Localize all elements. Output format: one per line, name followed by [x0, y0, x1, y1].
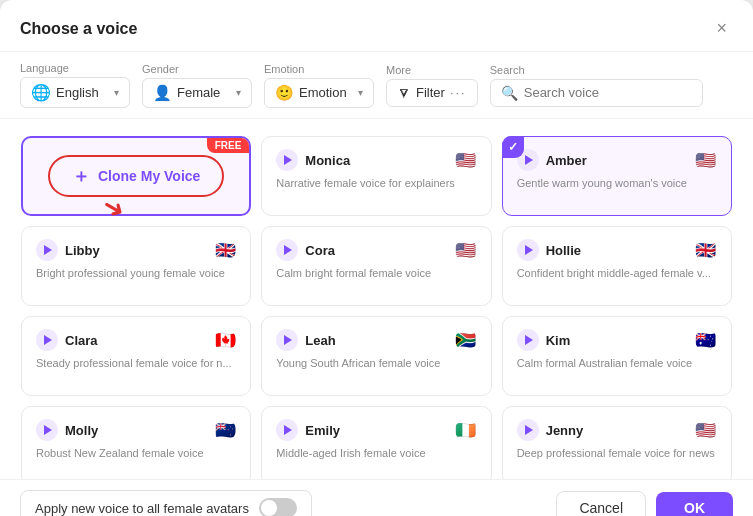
flag-icon: 🇦🇺 — [695, 329, 717, 351]
voice-card[interactable]: Clara 🇨🇦 Steady professional female voic… — [21, 316, 251, 396]
play-button[interactable] — [517, 419, 539, 441]
apply-toggle-container: Apply new voice to all female avatars — [20, 490, 312, 516]
voice-name: Hollie — [546, 243, 581, 258]
play-button[interactable] — [276, 419, 298, 441]
voice-name: Kim — [546, 333, 571, 348]
voice-name-row: Jenny — [517, 419, 584, 441]
close-button[interactable]: × — [710, 16, 733, 41]
more-filter-value: Filter — [416, 85, 445, 100]
voice-card-header: Emily 🇮🇪 — [276, 419, 476, 441]
emotion-select[interactable]: 🙂 Emotion ▾ — [264, 78, 374, 108]
voice-description: Middle-aged Irish female voice — [276, 446, 476, 461]
clone-voice-button[interactable]: ＋ Clone My Voice — [48, 155, 224, 197]
gender-icon: 👤 — [153, 84, 172, 102]
modal-title: Choose a voice — [20, 20, 137, 38]
language-select[interactable]: 🌐 English ▾ — [20, 77, 130, 108]
modal-header: Choose a voice × — [0, 0, 753, 52]
voice-name: Molly — [65, 423, 98, 438]
emotion-label: Emotion — [264, 63, 374, 75]
search-filter-group: Search 🔍 — [490, 64, 703, 107]
voice-description: Young South African female voice — [276, 356, 476, 371]
voice-card-header: Molly 🇳🇿 — [36, 419, 236, 441]
cancel-button[interactable]: Cancel — [556, 491, 646, 516]
toggle-knob — [261, 500, 277, 516]
clone-voice-label: Clone My Voice — [98, 168, 200, 184]
flag-icon: 🇬🇧 — [214, 239, 236, 261]
voice-card-header: Libby 🇬🇧 — [36, 239, 236, 261]
apply-toggle[interactable] — [259, 498, 297, 516]
voice-name: Clara — [65, 333, 98, 348]
flag-icon: 🇨🇦 — [214, 329, 236, 351]
voice-name-row: Amber — [517, 149, 587, 171]
emotion-value: Emotion — [299, 85, 347, 100]
gender-chevron-icon: ▾ — [236, 87, 241, 98]
voice-name-row: Cora — [276, 239, 335, 261]
voice-card-header: Jenny 🇺🇸 — [517, 419, 717, 441]
voices-grid: FREE ＋ Clone My Voice ➜ Monica 🇺🇸 Narrat… — [0, 119, 753, 479]
filter-icon: ⛛ — [397, 85, 411, 101]
voice-card[interactable]: Hollie 🇬🇧 Confident bright middle-aged f… — [502, 226, 732, 306]
voice-description: Deep professional female voice for news — [517, 446, 717, 461]
flag-icon: 🇳🇿 — [214, 419, 236, 441]
voice-description: Narrative female voice for explainers — [276, 176, 476, 191]
play-icon — [284, 425, 292, 435]
clone-voice-card[interactable]: FREE ＋ Clone My Voice ➜ — [21, 136, 251, 216]
footer-actions: Cancel OK — [556, 491, 733, 516]
voice-name-row: Monica — [276, 149, 350, 171]
voice-name: Jenny — [546, 423, 584, 438]
gender-label: Gender — [142, 63, 252, 75]
voice-name-row: Leah — [276, 329, 335, 351]
play-icon — [44, 335, 52, 345]
flag-icon: 🇺🇸 — [455, 149, 477, 171]
voice-description: Calm bright formal female voice — [276, 266, 476, 281]
gender-select[interactable]: 👤 Female ▾ — [142, 78, 252, 108]
voice-card[interactable]: Kim 🇦🇺 Calm formal Australian female voi… — [502, 316, 732, 396]
voice-name: Leah — [305, 333, 335, 348]
voice-card[interactable]: Cora 🇺🇸 Calm bright formal female voice — [261, 226, 491, 306]
flag-icon: 🇺🇸 — [455, 239, 477, 261]
voice-card[interactable]: Leah 🇿🇦 Young South African female voice — [261, 316, 491, 396]
play-button[interactable] — [36, 419, 58, 441]
voice-name: Emily — [305, 423, 340, 438]
voice-description: Robust New Zealand female voice — [36, 446, 236, 461]
voice-description: Confident bright middle-aged female v... — [517, 266, 717, 281]
voice-card[interactable]: Molly 🇳🇿 Robust New Zealand female voice — [21, 406, 251, 479]
play-button[interactable] — [517, 329, 539, 351]
play-icon — [44, 425, 52, 435]
play-icon — [284, 155, 292, 165]
voice-card-header: Clara 🇨🇦 — [36, 329, 236, 351]
play-button[interactable] — [276, 329, 298, 351]
play-icon — [284, 335, 292, 345]
play-icon — [525, 245, 533, 255]
voice-description: Steady professional female voice for n..… — [36, 356, 236, 371]
voice-description: Bright professional young female voice — [36, 266, 236, 281]
play-button[interactable] — [276, 149, 298, 171]
play-button[interactable] — [36, 329, 58, 351]
play-icon — [44, 245, 52, 255]
emotion-icon: 🙂 — [275, 84, 294, 102]
voice-name-row: Libby — [36, 239, 100, 261]
voice-card-header: Amber 🇺🇸 — [517, 149, 717, 171]
voice-card-header: Leah 🇿🇦 — [276, 329, 476, 351]
play-button[interactable] — [276, 239, 298, 261]
play-icon — [525, 425, 533, 435]
play-button[interactable] — [517, 149, 539, 171]
voice-card[interactable]: Amber 🇺🇸 Gentle warm young woman's voice — [502, 136, 732, 216]
voice-card-header: Monica 🇺🇸 — [276, 149, 476, 171]
voice-name: Cora — [305, 243, 335, 258]
more-filter-button[interactable]: ⛛ Filter ··· — [386, 79, 478, 107]
voice-card[interactable]: Emily 🇮🇪 Middle-aged Irish female voice — [261, 406, 491, 479]
play-button[interactable] — [36, 239, 58, 261]
gender-value: Female — [177, 85, 220, 100]
search-box: 🔍 — [490, 79, 703, 107]
flag-icon: 🇬🇧 — [695, 239, 717, 261]
voice-card[interactable]: Libby 🇬🇧 Bright professional young femal… — [21, 226, 251, 306]
flag-icon: 🇮🇪 — [455, 419, 477, 441]
voice-card[interactable]: Jenny 🇺🇸 Deep professional female voice … — [502, 406, 732, 479]
filters-row: Language 🌐 English ▾ Gender 👤 Female ▾ E… — [0, 52, 753, 119]
voice-card[interactable]: Monica 🇺🇸 Narrative female voice for exp… — [261, 136, 491, 216]
ok-button[interactable]: OK — [656, 492, 733, 516]
play-button[interactable] — [517, 239, 539, 261]
search-input[interactable] — [524, 85, 692, 100]
voice-name: Amber — [546, 153, 587, 168]
